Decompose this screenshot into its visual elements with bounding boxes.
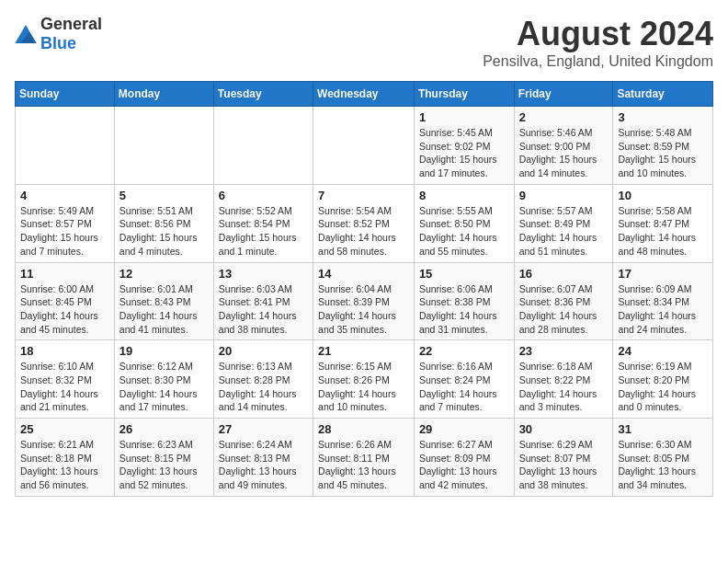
sunrise-text: Sunrise: 6:18 AM <box>519 360 609 373</box>
day-info: Sunrise: 6:13 AMSunset: 8:28 PMDaylight:… <box>219 360 308 414</box>
sunset-text: Sunset: 8:50 PM <box>419 217 509 231</box>
daylight-text: Daylight: 15 hours and 7 minutes. <box>20 231 109 258</box>
sunset-text: Sunset: 8:38 PM <box>419 295 509 309</box>
calendar-cell-27: 27Sunrise: 6:24 AMSunset: 8:13 PMDayligh… <box>213 419 313 497</box>
sunrise-text: Sunrise: 5:52 AM <box>219 204 308 218</box>
sunrise-text: Sunrise: 6:00 AM <box>20 282 109 296</box>
sunset-text: Sunset: 8:59 PM <box>618 140 708 154</box>
sunset-text: Sunset: 8:32 PM <box>20 373 109 387</box>
calendar-cell-14: 14Sunrise: 6:04 AMSunset: 8:39 PMDayligh… <box>313 262 415 340</box>
day-number: 6 <box>219 189 308 202</box>
day-info: Sunrise: 5:58 AMSunset: 8:47 PMDaylight:… <box>618 204 708 259</box>
calendar-cell-13: 13Sunrise: 6:03 AMSunset: 8:41 PMDayligh… <box>213 262 313 340</box>
daylight-text: Daylight: 13 hours and 49 minutes. <box>219 465 308 491</box>
daylight-text: Daylight: 14 hours and 35 minutes. <box>318 309 409 336</box>
daylight-text: Daylight: 14 hours and 24 minutes. <box>618 309 708 336</box>
calendar-cell-3: 3Sunrise: 5:48 AMSunset: 8:59 PMDaylight… <box>613 107 713 185</box>
day-number: 2 <box>519 110 609 124</box>
calendar-cell-1: 1Sunrise: 5:45 AMSunset: 9:02 PMDaylight… <box>414 107 514 185</box>
sunset-text: Sunset: 8:22 PM <box>519 373 609 387</box>
calendar-cell-4: 4Sunrise: 5:49 AMSunset: 8:57 PMDaylight… <box>16 184 115 262</box>
sunset-text: Sunset: 8:11 PM <box>318 452 409 465</box>
daylight-text: Daylight: 14 hours and 48 minutes. <box>618 231 708 258</box>
header-day-sunday: Sunday <box>16 82 115 107</box>
calendar-cell-10: 10Sunrise: 5:58 AMSunset: 8:47 PMDayligh… <box>613 184 713 262</box>
sunrise-text: Sunrise: 5:45 AM <box>419 126 509 140</box>
day-number: 19 <box>119 344 209 358</box>
calendar-cell-18: 18Sunrise: 6:10 AMSunset: 8:32 PMDayligh… <box>16 340 115 419</box>
daylight-text: Daylight: 13 hours and 34 minutes. <box>618 465 708 491</box>
day-number: 14 <box>318 267 409 281</box>
sunset-text: Sunset: 8:47 PM <box>618 217 708 231</box>
day-number: 16 <box>519 267 609 281</box>
header-day-friday: Friday <box>514 82 613 107</box>
calendar-cell-23: 23Sunrise: 6:18 AMSunset: 8:22 PMDayligh… <box>514 340 613 419</box>
calendar-cell-25: 25Sunrise: 6:21 AMSunset: 8:18 PMDayligh… <box>16 419 115 497</box>
calendar-cell-16: 16Sunrise: 6:07 AMSunset: 8:36 PMDayligh… <box>514 262 613 340</box>
calendar-cell-15: 15Sunrise: 6:06 AMSunset: 8:38 PMDayligh… <box>414 262 514 340</box>
day-number: 8 <box>419 189 509 202</box>
calendar-week-5: 25Sunrise: 6:21 AMSunset: 8:18 PMDayligh… <box>16 419 713 497</box>
sunrise-text: Sunrise: 6:23 AM <box>119 438 209 452</box>
sunrise-text: Sunrise: 6:12 AM <box>119 360 209 373</box>
day-info: Sunrise: 5:45 AMSunset: 9:02 PMDaylight:… <box>419 126 509 180</box>
calendar-cell-20: 20Sunrise: 6:13 AMSunset: 8:28 PMDayligh… <box>213 340 313 419</box>
day-info: Sunrise: 5:49 AMSunset: 8:57 PMDaylight:… <box>20 204 109 259</box>
calendar-cell-31: 31Sunrise: 6:30 AMSunset: 8:05 PMDayligh… <box>613 419 713 497</box>
logo: General Blue <box>15 15 102 53</box>
sunset-text: Sunset: 8:36 PM <box>519 295 609 309</box>
day-info: Sunrise: 6:07 AMSunset: 8:36 PMDaylight:… <box>519 282 609 337</box>
sunrise-text: Sunrise: 6:19 AM <box>618 360 708 373</box>
calendar-week-3: 11Sunrise: 6:00 AMSunset: 8:45 PMDayligh… <box>16 262 713 340</box>
header-row: SundayMondayTuesdayWednesdayThursdayFrid… <box>16 82 713 107</box>
sunset-text: Sunset: 9:00 PM <box>519 140 609 154</box>
day-number: 30 <box>519 422 609 436</box>
day-number: 28 <box>318 422 409 436</box>
sunrise-text: Sunrise: 5:48 AM <box>618 126 708 140</box>
day-info: Sunrise: 5:55 AMSunset: 8:50 PMDaylight:… <box>419 204 509 259</box>
header-day-wednesday: Wednesday <box>313 82 415 107</box>
calendar-table: SundayMondayTuesdayWednesdayThursdayFrid… <box>15 81 713 497</box>
calendar-cell-12: 12Sunrise: 6:01 AMSunset: 8:43 PMDayligh… <box>114 262 213 340</box>
day-info: Sunrise: 6:12 AMSunset: 8:30 PMDaylight:… <box>119 360 209 414</box>
sunset-text: Sunset: 8:45 PM <box>20 295 109 309</box>
day-number: 24 <box>618 344 708 358</box>
calendar-cell-2: 2Sunrise: 5:46 AMSunset: 9:00 PMDaylight… <box>514 107 613 185</box>
location-title: Pensilva, England, United Kingdom <box>483 53 713 70</box>
sunset-text: Sunset: 8:09 PM <box>419 452 509 465</box>
calendar-cell-30: 30Sunrise: 6:29 AMSunset: 8:07 PMDayligh… <box>514 419 613 497</box>
sunrise-text: Sunrise: 6:03 AM <box>219 282 308 296</box>
header-day-saturday: Saturday <box>613 82 713 107</box>
day-info: Sunrise: 6:19 AMSunset: 8:20 PMDaylight:… <box>618 360 708 414</box>
day-number: 13 <box>219 267 308 281</box>
day-info: Sunrise: 6:27 AMSunset: 8:09 PMDaylight:… <box>419 438 509 492</box>
day-number: 3 <box>618 110 708 124</box>
daylight-text: Daylight: 15 hours and 4 minutes. <box>119 231 209 258</box>
day-number: 20 <box>219 344 308 358</box>
sunrise-text: Sunrise: 6:13 AM <box>219 360 308 373</box>
day-info: Sunrise: 5:46 AMSunset: 9:00 PMDaylight:… <box>519 126 609 180</box>
sunrise-text: Sunrise: 5:55 AM <box>419 204 509 218</box>
daylight-text: Daylight: 14 hours and 0 minutes. <box>618 387 708 414</box>
page-header: General Blue August 2024 Pensilva, Engla… <box>15 15 713 70</box>
daylight-text: Daylight: 14 hours and 41 minutes. <box>119 309 209 336</box>
day-number: 29 <box>419 422 509 436</box>
sunset-text: Sunset: 8:20 PM <box>618 373 708 387</box>
day-number: 10 <box>618 189 708 202</box>
day-info: Sunrise: 5:57 AMSunset: 8:49 PMDaylight:… <box>519 204 609 259</box>
calendar-cell-empty <box>313 107 415 185</box>
logo-icon <box>15 25 37 43</box>
calendar-cell-21: 21Sunrise: 6:15 AMSunset: 8:26 PMDayligh… <box>313 340 415 419</box>
sunrise-text: Sunrise: 5:58 AM <box>618 204 708 218</box>
calendar-week-4: 18Sunrise: 6:10 AMSunset: 8:32 PMDayligh… <box>16 340 713 419</box>
sunrise-text: Sunrise: 6:10 AM <box>20 360 109 373</box>
calendar-cell-7: 7Sunrise: 5:54 AMSunset: 8:52 PMDaylight… <box>313 184 415 262</box>
day-info: Sunrise: 5:48 AMSunset: 8:59 PMDaylight:… <box>618 126 708 180</box>
day-info: Sunrise: 6:29 AMSunset: 8:07 PMDaylight:… <box>519 438 609 492</box>
daylight-text: Daylight: 15 hours and 1 minute. <box>219 231 308 258</box>
day-info: Sunrise: 5:51 AMSunset: 8:56 PMDaylight:… <box>119 204 209 259</box>
sunset-text: Sunset: 8:34 PM <box>618 295 708 309</box>
sunset-text: Sunset: 8:41 PM <box>219 295 308 309</box>
month-title: August 2024 <box>483 15 713 53</box>
day-info: Sunrise: 6:26 AMSunset: 8:11 PMDaylight:… <box>318 438 409 492</box>
